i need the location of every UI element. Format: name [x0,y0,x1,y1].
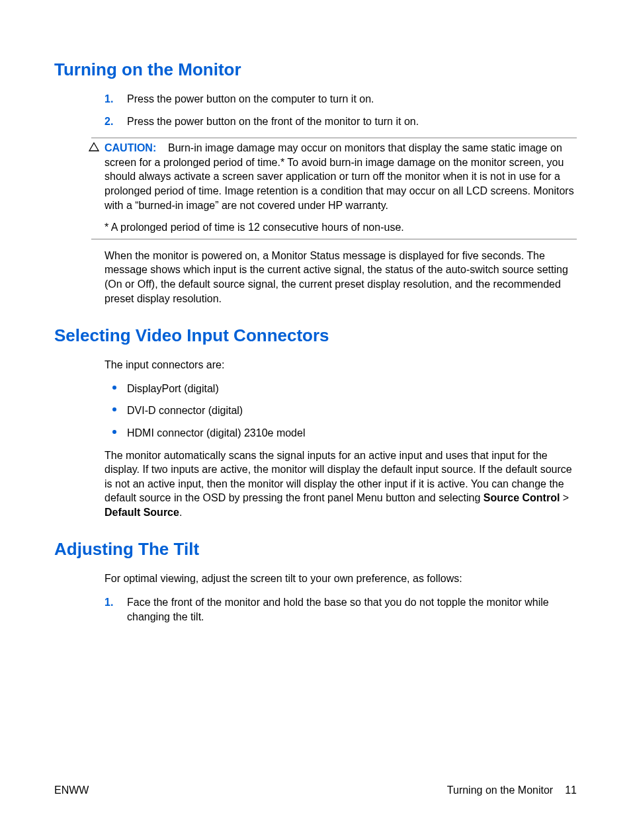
list-item: DisplayPort (digital) [105,382,577,396]
bold-text: Source Control [484,492,560,503]
section3-steps: 1. Face the front of the monitor and hol… [105,595,577,624]
text-run: > [560,492,569,503]
footer-section-label: Turning on the Monitor [447,784,553,796]
text-run: . [179,507,182,518]
page-footer: ENWW Turning on the Monitor 11 [54,784,577,796]
list-item: DVI-D connector (digital) [105,403,577,418]
section3-content: For optimal viewing, adjust the screen t… [105,571,577,624]
step-text: Press the power button on the front of t… [127,114,419,129]
paragraph: The input connectors are: [105,358,577,372]
step-text: Face the front of the monitor and hold t… [127,595,577,624]
paragraph: The monitor automatically scans the sign… [105,448,577,520]
heading-turning-on-monitor: Turning on the Monitor [54,60,577,80]
list-item: 1. Press the power button on the compute… [105,92,577,106]
bullet-icon [105,403,127,411]
step-number: 2. [105,114,127,129]
bullet-text: DVI-D connector (digital) [127,403,243,418]
list-item: 1. Face the front of the monitor and hol… [105,595,577,624]
caution-body-text [159,142,168,153]
caution-label: CAUTION: [105,142,156,153]
connector-list: DisplayPort (digital) DVI-D connector (d… [105,382,577,441]
bullet-icon [105,382,127,390]
section1-followup: When the monitor is powered on, a Monito… [105,249,577,306]
footer-page-number: 11 [565,784,577,796]
bullet-icon [105,426,127,434]
section1-content: 1. Press the power button on the compute… [105,92,577,128]
caution-footnote: * A prolonged period of time is 12 conse… [105,220,577,235]
bullet-text: HDMI connector (digital) 2310e model [127,426,305,441]
caution-body-text: Burn-in image damage may occur on monito… [105,142,574,210]
section2-content: The input connectors are: DisplayPort (d… [105,358,577,519]
step-number: 1. [105,92,127,106]
footer-left: ENWW [54,784,89,796]
step-text: Press the power button on the computer t… [127,92,374,106]
list-item: HDMI connector (digital) 2310e model [105,426,577,441]
caution-triangle-icon [89,142,99,153]
section1-steps: 1. Press the power button on the compute… [105,92,577,128]
heading-selecting-video-input: Selecting Video Input Connectors [54,325,577,346]
paragraph: For optimal viewing, adjust the screen t… [105,571,577,586]
step-number: 1. [105,595,127,610]
heading-adjusting-tilt: Adjusting The Tilt [54,539,577,560]
bold-text: Default Source [105,507,179,518]
paragraph: When the monitor is powered on, a Monito… [105,249,577,306]
caution-text: CAUTION: Burn-in image damage may occur … [105,141,577,235]
bullet-text: DisplayPort (digital) [127,382,219,396]
list-item: 2. Press the power button on the front o… [105,114,577,129]
caution-box: CAUTION: Burn-in image damage may occur … [91,138,577,239]
